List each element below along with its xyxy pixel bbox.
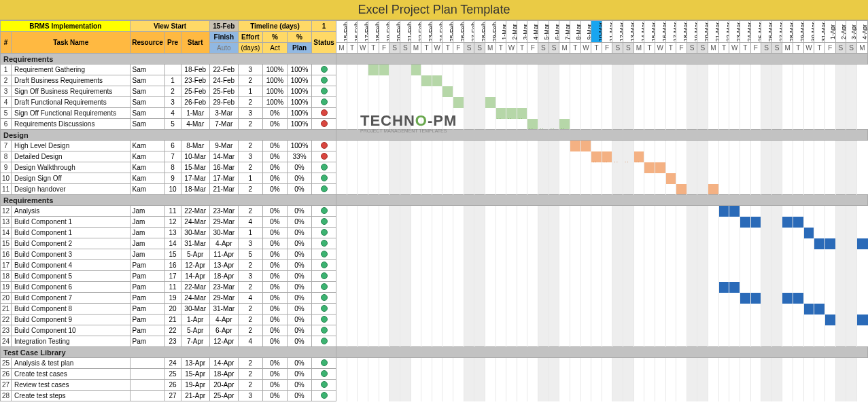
task-effort[interactable]: 1: [238, 228, 262, 238]
task-resource[interactable]: Kam: [131, 173, 164, 184]
task-name[interactable]: Integration Testing: [12, 336, 131, 347]
task-pre[interactable]: 5: [164, 119, 181, 130]
task-name[interactable]: Design Walkthrough: [12, 162, 131, 173]
task-row[interactable]: 15Build Component 2Jam1431-Mar4-Apr30%0%: [1, 238, 868, 249]
task-row[interactable]: 1Requirement GatheringSam18-Feb22-Feb310…: [1, 65, 868, 75]
task-start[interactable]: 15-Mar: [181, 162, 209, 173]
task-name[interactable]: Build Component 5: [12, 271, 131, 282]
task-resource[interactable]: Pam: [131, 282, 164, 293]
task-pct-act[interactable]: 0%: [262, 184, 287, 195]
task-finish[interactable]: 29-Mar: [209, 217, 238, 228]
task-resource[interactable]: Kam: [131, 162, 164, 173]
task-row[interactable]: 7High Level DesignKam68-Mar9-Mar20%100%: [1, 141, 868, 151]
task-resource[interactable]: Pam: [131, 315, 164, 325]
task-start[interactable]: 1-Mar: [181, 108, 209, 119]
task-pre[interactable]: 20: [164, 304, 181, 315]
task-start[interactable]: 22-Mar: [181, 282, 209, 293]
task-name[interactable]: Build Component 1: [12, 228, 131, 238]
task-effort[interactable]: 3: [238, 238, 262, 249]
task-pre[interactable]: 15: [164, 249, 181, 260]
task-start[interactable]: 30-Mar: [181, 304, 209, 315]
task-row[interactable]: 27Review test cases2619-Apr20-Apr20%0%: [1, 380, 868, 391]
task-row[interactable]: 9Design WalkthroughKam815-Mar16-Mar20%0%: [1, 162, 868, 173]
task-pre[interactable]: 6: [164, 141, 181, 151]
task-pre[interactable]: 17: [164, 271, 181, 282]
task-pre[interactable]: 13: [164, 228, 181, 238]
task-effort[interactable]: 3: [238, 151, 262, 162]
task-effort[interactable]: 3: [238, 391, 262, 401]
task-start[interactable]: 19-Apr: [181, 380, 209, 391]
task-pre[interactable]: 8: [164, 162, 181, 173]
timeline-number[interactable]: 1: [312, 21, 336, 32]
view-start-label[interactable]: View Start: [131, 21, 209, 32]
task-finish[interactable]: 7-Mar: [209, 119, 238, 130]
task-finish[interactable]: 24-Feb: [209, 75, 238, 86]
task-finish[interactable]: 20-Apr: [209, 380, 238, 391]
task-pre[interactable]: 21: [164, 315, 181, 325]
task-finish[interactable]: 23-Mar: [209, 206, 238, 217]
task-effort[interactable]: 4: [238, 336, 262, 347]
task-resource[interactable]: Jam: [131, 249, 164, 260]
task-effort[interactable]: 4: [238, 293, 262, 304]
task-start[interactable]: 23-Feb: [181, 75, 209, 86]
task-name[interactable]: Build Component 7: [12, 293, 131, 304]
task-name[interactable]: Design Sign Off: [12, 173, 131, 184]
task-pre[interactable]: 1: [164, 75, 181, 86]
task-finish[interactable]: 30-Mar: [209, 228, 238, 238]
task-effort[interactable]: 2: [238, 325, 262, 336]
task-effort[interactable]: 2: [238, 75, 262, 86]
task-start[interactable]: 13-Apr: [181, 358, 209, 369]
task-start[interactable]: 31-Mar: [181, 238, 209, 249]
task-name[interactable]: Create test cases: [12, 369, 131, 380]
task-resource[interactable]: Kam: [131, 141, 164, 151]
task-resource[interactable]: Jam: [131, 228, 164, 238]
task-effort[interactable]: 3: [238, 108, 262, 119]
task-name[interactable]: High Level Design: [12, 141, 131, 151]
task-pct-act[interactable]: 0%: [262, 336, 287, 347]
task-pre[interactable]: 14: [164, 238, 181, 249]
task-resource[interactable]: Pam: [131, 336, 164, 347]
task-row[interactable]: 2Draft Business RequirementsSam123-Feb24…: [1, 75, 868, 86]
task-pct-act[interactable]: 100%: [262, 65, 287, 75]
task-name[interactable]: Detailed Design: [12, 151, 131, 162]
task-pct-act[interactable]: 0%: [262, 173, 287, 184]
task-start[interactable]: 15-Apr: [181, 369, 209, 380]
task-effort[interactable]: 2: [238, 119, 262, 130]
task-resource[interactable]: Kam: [131, 151, 164, 162]
task-start[interactable]: 25-Feb: [181, 86, 209, 97]
task-name[interactable]: Review test cases: [12, 380, 131, 391]
task-pct-act[interactable]: 100%: [262, 97, 287, 108]
task-effort[interactable]: 2: [238, 380, 262, 391]
task-row[interactable]: 26Create test cases2515-Apr18-Apr20%0%: [1, 369, 868, 380]
task-effort[interactable]: 2: [238, 304, 262, 315]
task-effort[interactable]: 2: [238, 141, 262, 151]
task-finish[interactable]: 29-Mar: [209, 293, 238, 304]
task-row[interactable]: 5Sign Off Functional RequirementsSam41-M…: [1, 108, 868, 119]
task-start[interactable]: 12-Apr: [181, 260, 209, 271]
task-row[interactable]: 13Build Component 1Jam1224-Mar29-Mar40%0…: [1, 217, 868, 228]
task-effort[interactable]: 1: [238, 173, 262, 184]
task-resource[interactable]: Sam: [131, 65, 164, 75]
task-row[interactable]: 12AnalysisJam1122-Mar23-Mar20%0%: [1, 206, 868, 217]
task-pct-act[interactable]: 0%: [262, 162, 287, 173]
task-name[interactable]: Sign Off Functional Requirements: [12, 108, 131, 119]
task-resource[interactable]: Pam: [131, 304, 164, 315]
task-name[interactable]: Requirement Gathering: [12, 65, 131, 75]
task-finish[interactable]: 25-Feb: [209, 86, 238, 97]
task-finish[interactable]: 25-Apr: [209, 391, 238, 401]
task-pct-act[interactable]: 100%: [262, 86, 287, 97]
task-name[interactable]: Build Component 6: [12, 282, 131, 293]
task-pre[interactable]: 4: [164, 108, 181, 119]
task-pre[interactable]: 11: [164, 206, 181, 217]
task-pct-act[interactable]: 0%: [262, 249, 287, 260]
task-pre[interactable]: 19: [164, 293, 181, 304]
section-header[interactable]: Test Case Library: [1, 347, 336, 358]
task-row[interactable]: 25Analysis & test plan2413-Apr14-Apr20%0…: [1, 358, 868, 369]
task-pct-act[interactable]: 0%: [262, 304, 287, 315]
task-pre[interactable]: 27: [164, 391, 181, 401]
task-effort[interactable]: 3: [238, 271, 262, 282]
task-name[interactable]: Build Component 1: [12, 217, 131, 228]
task-start[interactable]: 5-Apr: [181, 249, 209, 260]
task-start[interactable]: 4-Mar: [181, 119, 209, 130]
task-pre[interactable]: 23: [164, 336, 181, 347]
